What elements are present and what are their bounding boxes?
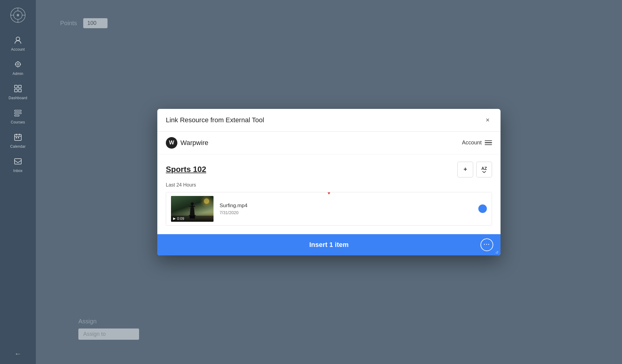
- svg-point-8: [15, 62, 20, 67]
- svg-point-9: [17, 63, 19, 65]
- section-actions: + AZ: [457, 162, 492, 177]
- video-duration: 0:09: [177, 217, 184, 221]
- svg-rect-15: [15, 113, 21, 114]
- svg-rect-26: [190, 206, 195, 207]
- svg-rect-21: [16, 137, 17, 138]
- modal: Link Resource from External Tool × W War…: [157, 109, 501, 255]
- media-info: Surfing.mp4 7/31/2020: [214, 203, 478, 215]
- svg-rect-10: [15, 85, 17, 88]
- svg-rect-12: [15, 89, 17, 92]
- arrow-annotation: [323, 192, 335, 198]
- sidebar-item-calendar[interactable]: Calendar: [0, 129, 36, 153]
- resize-handle[interactable]: ⊿: [495, 249, 499, 254]
- warpwire-logo-icon: W: [166, 137, 177, 149]
- modal-footer: Insert 1 item ··· ⊿: [157, 234, 501, 255]
- sidebar-item-dashboard[interactable]: Dashboard: [0, 80, 36, 104]
- sidebar-item-courses-label: Courses: [11, 120, 25, 124]
- sidebar-item-inbox-label: Inbox: [13, 169, 23, 173]
- media-date: 7/31/2020: [220, 210, 472, 215]
- sort-button[interactable]: AZ: [476, 162, 492, 177]
- sidebar-item-calendar-label: Calendar: [10, 144, 26, 149]
- more-options-icon: ···: [484, 241, 490, 248]
- courses-icon: [14, 109, 22, 118]
- insert-button[interactable]: Insert 1 item: [309, 241, 349, 249]
- modal-body: W Warpwire Account Sp: [157, 132, 501, 234]
- svg-rect-14: [15, 110, 21, 111]
- more-options-button[interactable]: ···: [480, 238, 493, 251]
- modal-close-button[interactable]: ×: [483, 116, 492, 125]
- sidebar-bottom: ←: [0, 343, 36, 364]
- warpwire-toolbar: W Warpwire Account: [157, 132, 501, 154]
- media-select-indicator[interactable]: [478, 204, 487, 213]
- svg-rect-28: [193, 211, 194, 215]
- account-icon: [14, 36, 22, 46]
- svg-rect-13: [19, 89, 21, 92]
- media-name: Surfing.mp4: [220, 203, 472, 209]
- section-title[interactable]: Sports 102: [166, 165, 206, 174]
- section-header: Sports 102 + AZ: [166, 162, 492, 177]
- svg-rect-11: [19, 85, 21, 88]
- sidebar-item-inbox[interactable]: Inbox: [0, 153, 36, 177]
- section-subtitle: Last 24 Hours: [166, 182, 492, 188]
- sidebar-item-account[interactable]: Account: [0, 32, 36, 56]
- app-logo: [9, 6, 27, 24]
- warpwire-account-button[interactable]: Account: [462, 140, 492, 146]
- warpwire-logo-text: Warpwire: [180, 139, 208, 147]
- sidebar-item-courses[interactable]: Courses: [0, 104, 36, 129]
- sidebar-item-account-label: Account: [11, 47, 25, 52]
- inbox-icon: [14, 157, 22, 167]
- content-area: Sports 102 + AZ Last 24 Hours: [157, 154, 501, 234]
- hamburger-menu-icon[interactable]: [485, 140, 492, 145]
- account-label: Account: [462, 140, 482, 146]
- sort-az-icon: AZ: [481, 166, 487, 173]
- sidebar: Account Admin Dashboard: [0, 0, 36, 364]
- media-thumbnail: ▶ 0:09: [171, 196, 214, 222]
- svg-point-2: [17, 14, 19, 16]
- sidebar-item-dashboard-label: Dashboard: [9, 96, 27, 100]
- thumbnail-overlay: ▶ 0:09: [171, 216, 214, 222]
- svg-rect-16: [15, 115, 19, 116]
- svg-point-7: [16, 37, 20, 41]
- warpwire-logo: W Warpwire: [166, 137, 208, 149]
- play-icon: ▶: [173, 217, 176, 221]
- media-list: ▶ 0:09 Surfing.mp4 7/31/2020: [166, 192, 492, 226]
- modal-title: Link Resource from External Tool: [166, 116, 264, 124]
- sidebar-item-admin[interactable]: Admin: [0, 56, 36, 80]
- svg-rect-27: [191, 211, 192, 215]
- modal-header: Link Resource from External Tool ×: [157, 109, 501, 132]
- sidebar-item-admin-label: Admin: [12, 72, 23, 76]
- admin-icon: [14, 60, 22, 70]
- add-button[interactable]: +: [457, 162, 473, 177]
- calendar-icon: [14, 133, 22, 143]
- back-icon[interactable]: ←: [14, 349, 22, 358]
- media-item[interactable]: ▶ 0:09 Surfing.mp4 7/31/2020: [166, 192, 492, 225]
- dashboard-icon: [14, 84, 22, 94]
- svg-rect-22: [18, 137, 19, 138]
- main-area: Points 100 Assign Assign to Link Resourc…: [36, 0, 622, 364]
- svg-point-24: [191, 202, 194, 205]
- modal-overlay: Link Resource from External Tool × W War…: [36, 0, 622, 364]
